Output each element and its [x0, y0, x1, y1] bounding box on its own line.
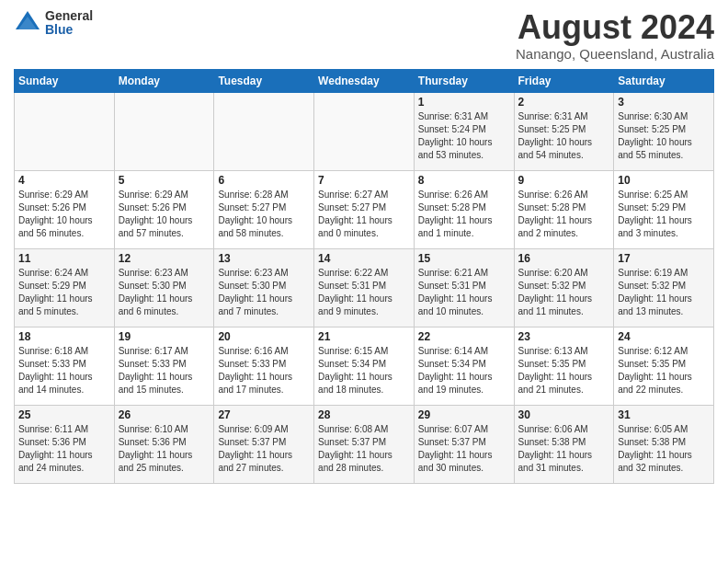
day-info: Sunrise: 6:10 AM Sunset: 5:36 PM Dayligh… — [119, 423, 210, 475]
calendar-cell: 31Sunrise: 6:05 AM Sunset: 5:38 PM Dayli… — [614, 405, 714, 483]
calendar-cell: 21Sunrise: 6:15 AM Sunset: 5:34 PM Dayli… — [314, 327, 415, 405]
calendar-week-5: 25Sunrise: 6:11 AM Sunset: 5:36 PM Dayli… — [15, 405, 714, 483]
calendar-cell: 2Sunrise: 6:31 AM Sunset: 5:25 PM Daylig… — [514, 92, 614, 170]
calendar-cell: 1Sunrise: 6:31 AM Sunset: 5:24 PM Daylig… — [414, 92, 514, 170]
day-number: 10 — [618, 174, 710, 187]
calendar-cell: 15Sunrise: 6:21 AM Sunset: 5:31 PM Dayli… — [414, 248, 514, 327]
calendar-cell: 18Sunrise: 6:18 AM Sunset: 5:33 PM Dayli… — [15, 327, 115, 405]
day-number: 16 — [518, 252, 610, 265]
day-number: 29 — [418, 408, 510, 421]
day-info: Sunrise: 6:06 AM Sunset: 5:38 PM Dayligh… — [518, 423, 610, 475]
day-number: 22 — [418, 330, 510, 343]
month-title: August 2024 — [516, 9, 714, 46]
calendar-cell: 19Sunrise: 6:17 AM Sunset: 5:33 PM Dayli… — [114, 327, 214, 405]
weekday-header-sunday: Sunday — [15, 69, 115, 92]
day-info: Sunrise: 6:09 AM Sunset: 5:37 PM Dayligh… — [218, 423, 310, 475]
day-number: 20 — [218, 330, 310, 343]
calendar-cell: 23Sunrise: 6:13 AM Sunset: 5:35 PM Dayli… — [514, 327, 614, 405]
calendar-body: 1Sunrise: 6:31 AM Sunset: 5:24 PM Daylig… — [15, 92, 714, 483]
day-number: 7 — [318, 174, 410, 187]
day-info: Sunrise: 6:28 AM Sunset: 5:27 PM Dayligh… — [218, 189, 310, 240]
day-number: 21 — [318, 330, 410, 343]
day-number: 6 — [218, 174, 310, 187]
calendar-cell: 16Sunrise: 6:20 AM Sunset: 5:32 PM Dayli… — [514, 248, 614, 327]
calendar-cell: 22Sunrise: 6:14 AM Sunset: 5:34 PM Dayli… — [414, 327, 514, 405]
calendar-cell: 4Sunrise: 6:29 AM Sunset: 5:26 PM Daylig… — [15, 170, 115, 248]
calendar-cell: 13Sunrise: 6:23 AM Sunset: 5:30 PM Dayli… — [214, 248, 314, 327]
weekday-header-wednesday: Wednesday — [314, 69, 415, 92]
calendar-cell: 17Sunrise: 6:19 AM Sunset: 5:32 PM Dayli… — [614, 248, 714, 327]
logo-blue-text: Blue — [45, 23, 93, 37]
day-info: Sunrise: 6:31 AM Sunset: 5:25 PM Dayligh… — [518, 110, 610, 162]
day-number: 3 — [618, 96, 710, 109]
day-info: Sunrise: 6:11 AM Sunset: 5:36 PM Dayligh… — [18, 423, 110, 475]
calendar-cell: 12Sunrise: 6:23 AM Sunset: 5:30 PM Dayli… — [114, 248, 214, 327]
day-info: Sunrise: 6:26 AM Sunset: 5:28 PM Dayligh… — [418, 189, 510, 240]
calendar-cell: 25Sunrise: 6:11 AM Sunset: 5:36 PM Dayli… — [15, 405, 115, 483]
calendar-cell: 6Sunrise: 6:28 AM Sunset: 5:27 PM Daylig… — [214, 170, 314, 248]
day-number: 2 — [518, 96, 610, 109]
weekday-header-row: SundayMondayTuesdayWednesdayThursdayFrid… — [15, 69, 714, 92]
day-info: Sunrise: 6:15 AM Sunset: 5:34 PM Dayligh… — [318, 345, 410, 396]
calendar-cell: 5Sunrise: 6:29 AM Sunset: 5:26 PM Daylig… — [114, 170, 214, 248]
calendar-cell — [214, 92, 314, 170]
day-info: Sunrise: 6:08 AM Sunset: 5:37 PM Dayligh… — [318, 423, 410, 475]
day-number: 28 — [318, 408, 410, 421]
day-info: Sunrise: 6:25 AM Sunset: 5:29 PM Dayligh… — [618, 189, 710, 240]
calendar-cell: 26Sunrise: 6:10 AM Sunset: 5:36 PM Dayli… — [114, 405, 214, 483]
calendar-table: SundayMondayTuesdayWednesdayThursdayFrid… — [14, 69, 714, 484]
day-info: Sunrise: 6:19 AM Sunset: 5:32 PM Dayligh… — [618, 267, 710, 318]
day-number: 14 — [318, 252, 410, 265]
calendar-cell: 7Sunrise: 6:27 AM Sunset: 5:27 PM Daylig… — [314, 170, 415, 248]
day-info: Sunrise: 6:23 AM Sunset: 5:30 PM Dayligh… — [119, 267, 210, 318]
day-info: Sunrise: 6:26 AM Sunset: 5:28 PM Dayligh… — [518, 189, 610, 240]
day-info: Sunrise: 6:12 AM Sunset: 5:35 PM Dayligh… — [618, 345, 710, 396]
calendar-cell: 20Sunrise: 6:16 AM Sunset: 5:33 PM Dayli… — [214, 327, 314, 405]
location-text: Nanango, Queensland, Australia — [516, 46, 714, 62]
calendar-cell: 28Sunrise: 6:08 AM Sunset: 5:37 PM Dayli… — [314, 405, 415, 483]
day-number: 8 — [418, 174, 510, 187]
day-info: Sunrise: 6:16 AM Sunset: 5:33 PM Dayligh… — [218, 345, 310, 396]
calendar-cell — [15, 92, 115, 170]
calendar-cell: 9Sunrise: 6:26 AM Sunset: 5:28 PM Daylig… — [514, 170, 614, 248]
day-number: 9 — [518, 174, 610, 187]
day-number: 1 — [418, 96, 510, 109]
day-info: Sunrise: 6:21 AM Sunset: 5:31 PM Dayligh… — [418, 267, 510, 318]
day-info: Sunrise: 6:23 AM Sunset: 5:30 PM Dayligh… — [218, 267, 310, 318]
day-info: Sunrise: 6:17 AM Sunset: 5:33 PM Dayligh… — [119, 345, 210, 396]
day-info: Sunrise: 6:14 AM Sunset: 5:34 PM Dayligh… — [418, 345, 510, 396]
weekday-header-friday: Friday — [514, 69, 614, 92]
day-number: 27 — [218, 408, 310, 421]
day-info: Sunrise: 6:24 AM Sunset: 5:29 PM Dayligh… — [18, 267, 110, 318]
calendar-cell: 27Sunrise: 6:09 AM Sunset: 5:37 PM Dayli… — [214, 405, 314, 483]
day-info: Sunrise: 6:29 AM Sunset: 5:26 PM Dayligh… — [18, 189, 110, 240]
logo-general-text: General — [45, 9, 93, 23]
day-number: 26 — [119, 408, 210, 421]
calendar-week-4: 18Sunrise: 6:18 AM Sunset: 5:33 PM Dayli… — [15, 327, 714, 405]
calendar-week-2: 4Sunrise: 6:29 AM Sunset: 5:26 PM Daylig… — [15, 170, 714, 248]
day-number: 19 — [119, 330, 210, 343]
calendar-cell: 11Sunrise: 6:24 AM Sunset: 5:29 PM Dayli… — [15, 248, 115, 327]
logo: General Blue — [14, 9, 93, 38]
day-info: Sunrise: 6:30 AM Sunset: 5:25 PM Dayligh… — [618, 110, 710, 162]
day-info: Sunrise: 6:29 AM Sunset: 5:26 PM Dayligh… — [119, 189, 210, 240]
day-info: Sunrise: 6:05 AM Sunset: 5:38 PM Dayligh… — [618, 423, 710, 475]
day-info: Sunrise: 6:13 AM Sunset: 5:35 PM Dayligh… — [518, 345, 610, 396]
day-info: Sunrise: 6:07 AM Sunset: 5:37 PM Dayligh… — [418, 423, 510, 475]
weekday-header-saturday: Saturday — [614, 69, 714, 92]
calendar-cell: 24Sunrise: 6:12 AM Sunset: 5:35 PM Dayli… — [614, 327, 714, 405]
day-number: 11 — [18, 252, 110, 265]
day-number: 18 — [18, 330, 110, 343]
day-number: 17 — [618, 252, 710, 265]
calendar-week-3: 11Sunrise: 6:24 AM Sunset: 5:29 PM Dayli… — [15, 248, 714, 327]
calendar-cell: 14Sunrise: 6:22 AM Sunset: 5:31 PM Dayli… — [314, 248, 415, 327]
day-number: 24 — [618, 330, 710, 343]
logo-icon — [14, 9, 41, 37]
day-number: 12 — [119, 252, 210, 265]
weekday-header-monday: Monday — [114, 69, 214, 92]
title-block: August 2024 Nanango, Queensland, Austral… — [516, 9, 714, 62]
calendar-cell: 8Sunrise: 6:26 AM Sunset: 5:28 PM Daylig… — [414, 170, 514, 248]
day-number: 5 — [119, 174, 210, 187]
weekday-header-thursday: Thursday — [414, 69, 514, 92]
page-header: General Blue August 2024 Nanango, Queens… — [14, 9, 714, 62]
